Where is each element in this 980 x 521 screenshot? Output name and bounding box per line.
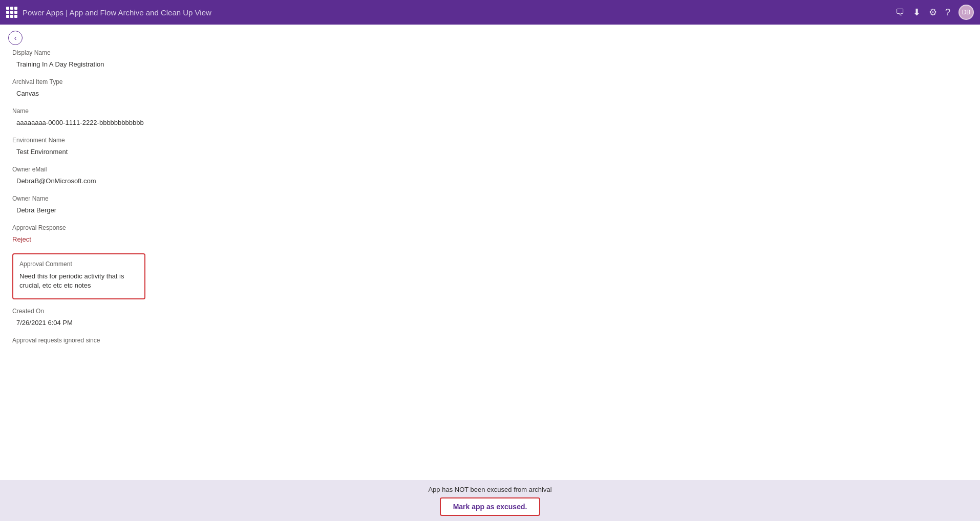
- name-label: Name: [12, 107, 968, 115]
- approval-comment-box: Approval Comment Need this for periodic …: [12, 253, 145, 299]
- waffle-menu[interactable]: [6, 7, 17, 18]
- comment-icon[interactable]: 🗨: [896, 7, 905, 18]
- environment-name-value: Test Environment: [12, 146, 968, 158]
- avatar-initials: DB: [962, 9, 971, 16]
- excusal-status-text: App has NOT been excused from archival: [428, 486, 551, 493]
- created-on-label: Created On: [12, 308, 968, 315]
- owner-email-value: DebraB@OnMicrosoft.com: [12, 175, 968, 187]
- download-icon[interactable]: ⬇: [913, 7, 921, 18]
- owner-name-group: Owner Name Debra Berger: [12, 195, 968, 216]
- approval-response-label: Approval Response: [12, 224, 968, 231]
- approval-comment-text: Need this for periodic activity that is …: [19, 272, 138, 290]
- nav-icons: 🗨 ⬇ ⚙ ? DB: [896, 5, 974, 20]
- display-name-label: Display Name: [12, 49, 968, 56]
- avatar[interactable]: DB: [958, 5, 974, 20]
- back-row: ‹: [0, 25, 980, 49]
- page-title: App and Flow Archive and Clean Up View: [69, 8, 211, 17]
- form-content: Display Name Training In A Day Registrat…: [0, 49, 980, 480]
- mark-excused-button[interactable]: Mark app as excused.: [440, 497, 541, 516]
- environment-name-label: Environment Name: [12, 137, 968, 144]
- owner-name-label: Owner Name: [12, 195, 968, 202]
- archival-item-type-value: Canvas: [12, 88, 968, 99]
- created-on-value: 7/26/2021 6:04 PM: [12, 317, 968, 329]
- approval-response-group: Approval Response Reject: [12, 224, 968, 245]
- owner-email-label: Owner eMail: [12, 166, 968, 173]
- display-name-group: Display Name Training In A Day Registrat…: [12, 49, 968, 70]
- archival-item-type-label: Archival Item Type: [12, 78, 968, 85]
- name-group: Name aaaaaaaa-0000-1111-2222-bbbbbbbbbbb…: [12, 107, 968, 128]
- approval-comment-label: Approval Comment: [19, 260, 138, 268]
- owner-name-value: Debra Berger: [12, 204, 968, 216]
- settings-icon[interactable]: ⚙: [929, 7, 937, 18]
- main-content: ‹ Display Name Training In A Day Registr…: [0, 25, 980, 521]
- approval-comment-group: Approval Comment Need this for periodic …: [12, 253, 968, 299]
- top-navigation: Power Apps | App and Flow Archive and Cl…: [0, 0, 980, 25]
- app-title: Power Apps | App and Flow Archive and Cl…: [23, 8, 890, 17]
- name-value: aaaaaaaa-0000-1111-2222-bbbbbbbbbbbb: [12, 117, 968, 128]
- back-button[interactable]: ‹: [8, 31, 23, 45]
- app-name: Power Apps: [23, 8, 63, 17]
- bottom-bar: App has NOT been excused from archival M…: [0, 480, 980, 521]
- approval-response-value: Reject: [12, 233, 968, 245]
- approval-requests-ignored-label: Approval requests ignored since: [12, 337, 968, 344]
- display-name-value: Training In A Day Registration: [12, 58, 968, 70]
- created-on-group: Created On 7/26/2021 6:04 PM: [12, 308, 968, 329]
- help-icon[interactable]: ?: [945, 7, 950, 18]
- archival-item-type-group: Archival Item Type Canvas: [12, 78, 968, 99]
- approval-requests-ignored-group: Approval requests ignored since: [12, 337, 968, 344]
- owner-email-group: Owner eMail DebraB@OnMicrosoft.com: [12, 166, 968, 187]
- environment-name-group: Environment Name Test Environment: [12, 137, 968, 158]
